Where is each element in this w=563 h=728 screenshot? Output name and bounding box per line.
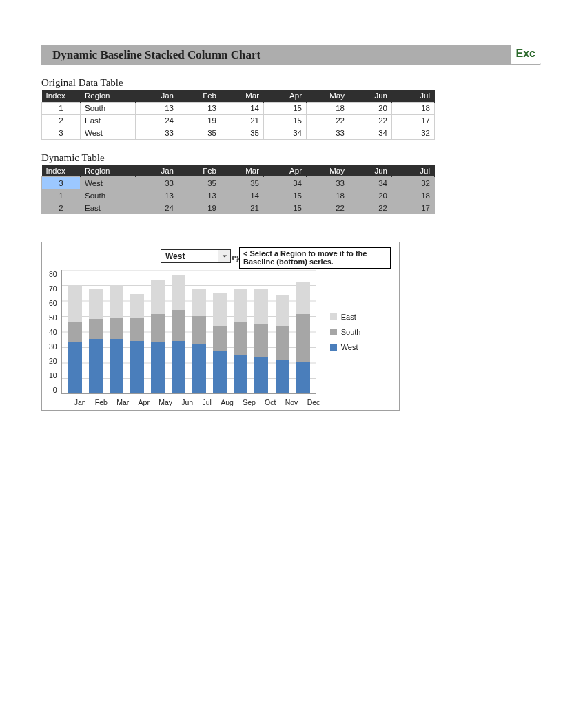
- y-tick-label: 30: [49, 342, 57, 351]
- table-row[interactable]: 2East24192115222217: [42, 202, 435, 214]
- table-row: 1South13131415182018: [42, 102, 435, 114]
- bar-segment-south: [89, 319, 103, 339]
- region-dropdown-value: West: [165, 251, 185, 261]
- bar-segment-east: [130, 294, 144, 318]
- table-cell: 17: [392, 202, 435, 214]
- legend-swatch: [330, 344, 337, 351]
- stacked-bar: [110, 285, 123, 394]
- x-tick-label: Jan: [74, 398, 86, 406]
- bar-segment-south: [254, 324, 268, 358]
- chart-panel: Sales by Region West < Select a Region t…: [41, 242, 400, 411]
- table-cell: 13: [136, 189, 178, 202]
- bar-segment-west: [254, 357, 268, 393]
- y-tick-label: 70: [49, 284, 57, 293]
- table-cell: 13: [178, 102, 221, 114]
- table-cell: 18: [307, 102, 349, 114]
- table-cell: 24: [136, 202, 178, 214]
- y-tick-label: 60: [49, 299, 57, 307]
- bar-segment-east: [234, 289, 247, 322]
- table-cell: West: [81, 127, 136, 139]
- bar-segment-east: [89, 289, 103, 319]
- stacked-bar: [213, 293, 227, 393]
- chart-hint-box: < Select a Region to move it to the Base…: [239, 247, 391, 269]
- bar-segment-east: [213, 293, 227, 327]
- region-dropdown[interactable]: West: [161, 249, 231, 263]
- table-cell: 2: [42, 114, 81, 127]
- legend-item: West: [330, 343, 361, 351]
- table-cell: South: [81, 189, 136, 202]
- stacked-bar: [89, 289, 103, 393]
- bar-segment-south: [234, 322, 247, 355]
- table-cell: 20: [349, 189, 392, 202]
- bar-segment-west: [276, 360, 289, 394]
- table-row[interactable]: 3West33353534333432: [42, 177, 435, 189]
- legend-item: South: [330, 328, 361, 336]
- stacked-bar: [192, 289, 206, 393]
- table-cell: 3: [42, 127, 81, 139]
- stacked-bar: [68, 285, 82, 394]
- legend-swatch: [330, 313, 337, 320]
- table-row: 2East24192115222217: [42, 114, 435, 127]
- table-cell: 34: [349, 177, 392, 189]
- bar-segment-west: [234, 355, 247, 393]
- table-row[interactable]: 1South13131415182018: [42, 189, 435, 202]
- table-header-cell: May: [307, 165, 349, 177]
- table-cell: 34: [264, 127, 307, 139]
- stacked-bar: [254, 289, 268, 393]
- table-cell: 18: [392, 189, 435, 202]
- table-cell: 33: [307, 177, 349, 189]
- table-cell: 33: [136, 127, 178, 139]
- table-cell: 32: [392, 127, 435, 139]
- bar-segment-east: [172, 275, 185, 310]
- chevron-down-icon: [218, 250, 230, 262]
- table-cell: 14: [221, 189, 264, 202]
- table-cell: 15: [264, 102, 307, 114]
- table-header-cell: Jan: [136, 90, 178, 102]
- bar-segment-west: [296, 362, 310, 393]
- table-header-cell: Feb: [178, 90, 221, 102]
- table-header-cell: Jul: [392, 90, 435, 102]
- x-tick-label: Sep: [243, 398, 256, 406]
- table-header-cell: Feb: [178, 165, 221, 177]
- bar-segment-south: [110, 318, 123, 340]
- chart-legend: EastSouthWest: [316, 270, 361, 394]
- table-cell: 24: [136, 114, 178, 127]
- bar-segment-west: [68, 342, 82, 393]
- x-tick-label: Feb: [95, 398, 108, 406]
- table-cell: 19: [178, 114, 221, 127]
- chart-hint-text: < Select a Region to move it to the Base…: [243, 249, 367, 266]
- bar-segment-west: [130, 341, 144, 394]
- table-cell: 33: [307, 127, 349, 139]
- table-header-cell: Region: [81, 165, 136, 177]
- table-cell: 33: [136, 177, 178, 189]
- bar-segment-east: [296, 282, 310, 314]
- chart-x-axis: JanFebMarAprMayJunJulAugSepOctNovDec: [70, 394, 325, 406]
- bar-segment-south: [296, 314, 310, 362]
- bar-segment-west: [151, 342, 165, 393]
- bar-segment-west: [213, 351, 227, 393]
- y-tick-label: 20: [49, 357, 57, 365]
- x-tick-label: Jun: [181, 398, 193, 406]
- table-cell: 22: [349, 202, 392, 214]
- y-tick-label: 50: [49, 313, 57, 322]
- chart-y-axis: 80706050403020100: [49, 270, 61, 394]
- table-cell: 20: [349, 102, 392, 114]
- table-header-cell: Apr: [264, 90, 307, 102]
- bar-segment-south: [213, 326, 227, 351]
- bar-segment-south: [130, 318, 144, 341]
- table-cell: 22: [349, 114, 392, 127]
- dynamic-table-heading: Dynamic Table: [41, 152, 522, 164]
- table-header-cell: May: [307, 90, 349, 102]
- bar-segment-east: [276, 295, 289, 326]
- table-cell: 1: [42, 189, 81, 202]
- y-tick-label: 80: [49, 270, 57, 278]
- table-cell: 1: [42, 102, 81, 114]
- x-tick-label: Apr: [139, 398, 150, 406]
- table-header-cell: Jun: [349, 90, 392, 102]
- y-tick-label: 0: [53, 386, 57, 394]
- table-cell: East: [81, 202, 136, 214]
- table-cell: 15: [264, 202, 307, 214]
- table-header-cell: Jun: [349, 165, 392, 177]
- table-cell: 22: [307, 202, 349, 214]
- legend-swatch: [330, 329, 337, 335]
